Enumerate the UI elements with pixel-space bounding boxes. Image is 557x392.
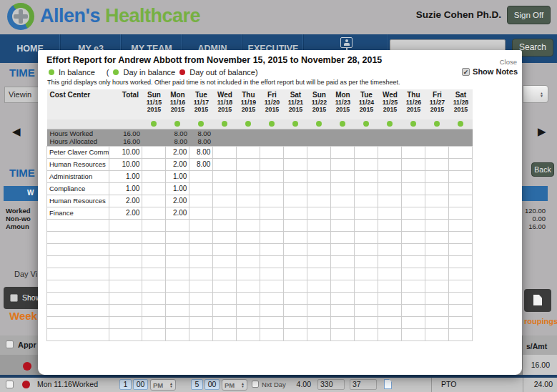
summary-value	[237, 137, 260, 146]
hrs-amt-cell: 16.00	[523, 355, 557, 375]
empty-cell	[307, 268, 331, 280]
effort-value	[142, 146, 166, 158]
effort-value	[449, 207, 473, 219]
show-notes-control[interactable]: ✓ Show Notes	[462, 67, 518, 76]
end-ampm-select[interactable]: PM▲▼	[222, 379, 247, 391]
empty-cell	[109, 328, 142, 340]
day-year: 2015	[260, 106, 284, 113]
stepper-down-icon: ▼	[169, 385, 173, 388]
empty-cell	[260, 231, 284, 243]
effort-value	[425, 195, 449, 207]
empty-cell	[189, 316, 213, 328]
show-notes-checkbox[interactable]: ✓	[462, 68, 470, 76]
brand-title: Allen's Healthcare	[40, 5, 200, 27]
viewing-dropdown-end[interactable]: ▲▼	[523, 85, 548, 103]
day-in-balance-dot-icon	[174, 121, 180, 127]
empty-cell	[449, 304, 473, 316]
day-in-balance-dot-icon	[151, 121, 157, 127]
empty-cell	[142, 243, 166, 255]
empty-cell	[260, 292, 284, 304]
empty-cell	[189, 231, 213, 243]
brand-logo-icon	[7, 3, 34, 30]
empty-cell	[402, 219, 425, 231]
empty-cell	[47, 231, 109, 243]
empty-cell	[307, 304, 331, 316]
code1-input[interactable]: 330	[317, 379, 345, 390]
empty-cell	[166, 255, 189, 268]
day-column-header: Sun11/222015	[307, 89, 331, 119]
sign-off-button[interactable]: Sign Off	[507, 6, 551, 24]
cost-center-name: Human Resources	[47, 158, 109, 170]
empty-cell	[213, 255, 237, 268]
close-link[interactable]: Close	[500, 58, 517, 66]
document-button[interactable]	[524, 289, 551, 312]
show-toggle-button[interactable]: Show	[4, 287, 38, 309]
empty-grid-row	[47, 255, 473, 268]
effort-value	[260, 146, 284, 158]
summary-value	[402, 129, 425, 137]
day-in-balance-label: Day in balance	[123, 68, 175, 77]
effort-value: 2.00	[166, 158, 189, 170]
row-checkbox[interactable]	[6, 381, 14, 388]
empty-cell	[47, 268, 109, 280]
back-button[interactable]: Back	[531, 162, 554, 177]
empty-cell	[213, 328, 237, 340]
empty-cell	[166, 231, 189, 243]
effort-value	[331, 170, 355, 182]
empty-cell	[307, 231, 331, 243]
day-in-balance-dot-icon	[316, 121, 322, 127]
empty-grid-row	[47, 280, 473, 292]
day-name: Thu	[402, 91, 425, 99]
user-name: Suzie Cohen Ph.D.	[416, 9, 501, 20]
day-in-balance-dot-icon	[113, 69, 119, 75]
day-date: 11/16	[166, 99, 189, 106]
grid-note: This grid displays only hours worked. Ot…	[47, 79, 400, 86]
day-in-balance-dot-icon	[198, 121, 204, 127]
empty-cell	[213, 292, 237, 304]
note-icon[interactable]	[384, 379, 392, 389]
effort-value	[189, 207, 213, 219]
day-date: 11/21	[284, 99, 307, 106]
effort-table-header-row: Cost CenterTotalSun11/152015Mon11/162015…	[47, 89, 473, 119]
approve-all-checkbox[interactable]	[6, 340, 14, 348]
start-hour-input[interactable]: 1	[119, 379, 132, 390]
effort-value	[449, 158, 473, 170]
viewing-dropdown[interactable]: Viewin	[4, 87, 38, 103]
groupings-link[interactable]: roupings	[524, 317, 557, 325]
effort-value	[355, 182, 378, 195]
day-date: 11/22	[307, 99, 331, 106]
end-minute-input[interactable]: 00	[204, 379, 220, 390]
show-checkbox[interactable]	[10, 294, 18, 302]
day-column-header: Mon11/232015	[331, 89, 355, 119]
start-minute-input[interactable]: 00	[133, 379, 148, 390]
empty-cell	[402, 316, 425, 328]
effort-value	[142, 207, 166, 219]
empty-cell	[260, 316, 284, 328]
cost-center-name: Human Resources	[47, 195, 109, 207]
start-ampm-select[interactable]: PM▲▼	[150, 379, 176, 391]
effort-value	[307, 146, 331, 158]
empty-cell	[307, 328, 331, 340]
next-period-arrow[interactable]: ▶	[538, 125, 546, 138]
code2-input[interactable]: 37	[350, 379, 377, 390]
effort-value	[260, 182, 284, 195]
day-year: 2015	[237, 106, 260, 113]
org-chart-icon	[340, 37, 353, 48]
summary-value	[237, 129, 260, 137]
effort-value	[307, 195, 331, 207]
empty-cell	[237, 304, 260, 316]
empty-cell	[47, 243, 109, 255]
empty-grid-row	[47, 304, 473, 316]
day-in-balance-dot-icon	[434, 121, 440, 127]
previous-period-arrow[interactable]: ◀	[12, 125, 21, 138]
effort-value	[307, 170, 331, 182]
empty-cell	[237, 231, 260, 243]
day-status-cell	[449, 119, 473, 129]
next-day-checkbox[interactable]	[252, 381, 259, 388]
empty-cell	[237, 268, 260, 280]
effort-value	[402, 170, 425, 182]
day-date: 11/25	[378, 99, 402, 106]
empty-grid-row	[47, 219, 473, 231]
empty-cell	[449, 243, 473, 255]
end-hour-input[interactable]: 5	[191, 379, 203, 390]
